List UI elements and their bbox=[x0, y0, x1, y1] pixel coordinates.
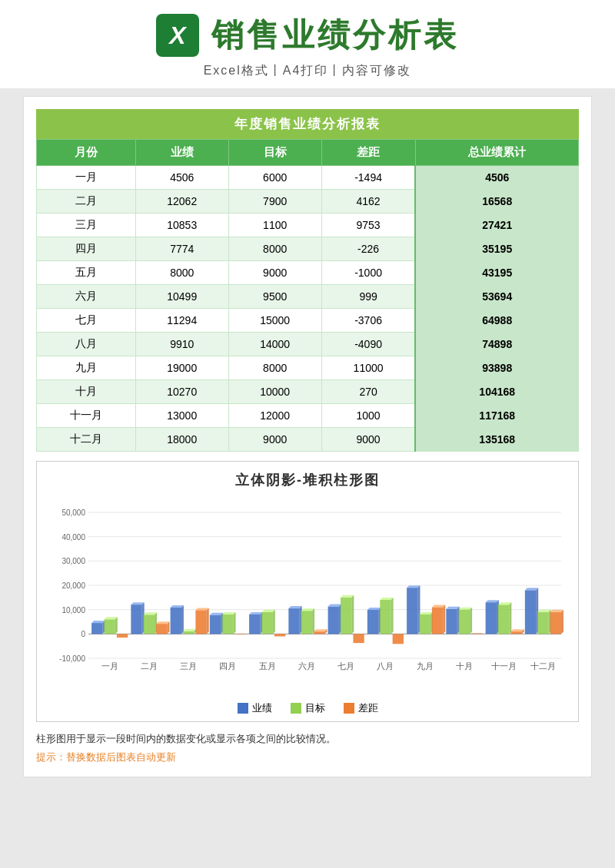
cell-month: 八月 bbox=[37, 333, 136, 356]
cell-performance: 13000 bbox=[135, 404, 228, 428]
table-row: 十二月 18000 9000 9000 135168 bbox=[37, 428, 579, 452]
svg-marker-66 bbox=[314, 629, 327, 631]
content-area: 年度销售业绩分析报表 月份 业绩 目标 差距 总业绩累计 一月 4506 600… bbox=[23, 96, 592, 777]
svg-marker-55 bbox=[262, 610, 275, 612]
chart-legend: 业绩 目标 差距 bbox=[46, 701, 569, 715]
cell-gap: 1000 bbox=[321, 404, 415, 428]
svg-rect-36 bbox=[183, 631, 194, 634]
svg-marker-96 bbox=[446, 607, 459, 609]
cell-gap: 9000 bbox=[321, 428, 415, 452]
cell-month: 四月 bbox=[37, 237, 136, 261]
legend-performance: 业绩 bbox=[238, 701, 272, 715]
svg-text:十一月: 十一月 bbox=[491, 661, 517, 671]
cell-gap: -4090 bbox=[321, 333, 415, 356]
cell-target: 7900 bbox=[228, 190, 321, 214]
title-row: X 销售业绩分析表 bbox=[156, 14, 459, 57]
svg-text:五月: 五月 bbox=[259, 661, 276, 671]
svg-rect-51 bbox=[249, 615, 260, 634]
svg-rect-23 bbox=[131, 605, 141, 634]
svg-marker-70 bbox=[328, 605, 341, 607]
svg-marker-34 bbox=[171, 605, 184, 608]
legend-label-performance: 业绩 bbox=[252, 701, 272, 715]
svg-rect-29 bbox=[156, 624, 167, 634]
cell-target: 14000 bbox=[228, 333, 321, 356]
svg-rect-39 bbox=[195, 610, 206, 634]
svg-marker-120 bbox=[550, 610, 563, 612]
svg-marker-92 bbox=[432, 605, 445, 608]
cell-month: 六月 bbox=[37, 285, 136, 309]
svg-rect-33 bbox=[171, 608, 181, 634]
svg-marker-24 bbox=[131, 602, 144, 605]
cell-performance: 19000 bbox=[135, 356, 228, 380]
legend-label-target: 目标 bbox=[305, 701, 325, 715]
svg-text:二月: 二月 bbox=[141, 661, 158, 671]
table-row: 六月 10499 9500 999 53694 bbox=[37, 285, 579, 309]
cell-month: 九月 bbox=[37, 356, 136, 380]
svg-rect-46 bbox=[222, 615, 233, 634]
svg-rect-103 bbox=[486, 602, 497, 634]
svg-rect-54 bbox=[262, 612, 273, 634]
svg-marker-104 bbox=[486, 600, 499, 602]
svg-marker-44 bbox=[210, 613, 223, 615]
svg-text:40,000: 40,000 bbox=[62, 533, 85, 542]
chart-svg: 50,00040,00030,00020,00010,0000-10,000一月… bbox=[46, 497, 569, 697]
footer-description: 柱形图用于显示一段时间内的数据变化或显示各项之间的比较情况。 bbox=[36, 731, 579, 747]
table-row: 十月 10270 10000 270 104168 bbox=[37, 380, 579, 404]
svg-rect-59 bbox=[288, 608, 299, 634]
svg-rect-98 bbox=[459, 610, 470, 634]
svg-marker-16 bbox=[91, 621, 105, 623]
legend-box-performance bbox=[238, 703, 248, 714]
svg-marker-108 bbox=[509, 602, 511, 634]
svg-marker-74 bbox=[351, 595, 354, 634]
svg-rect-18 bbox=[105, 619, 115, 634]
cell-cumulative: 93898 bbox=[415, 356, 578, 380]
svg-marker-82 bbox=[391, 598, 394, 634]
table-row: 九月 19000 8000 11000 93898 bbox=[37, 356, 579, 380]
cell-month: 十一月 bbox=[37, 404, 136, 428]
svg-marker-20 bbox=[115, 617, 118, 634]
table-header-row: 月份 业绩 目标 差距 总业绩累计 bbox=[37, 140, 579, 166]
svg-marker-30 bbox=[156, 621, 169, 624]
svg-rect-119 bbox=[550, 612, 561, 634]
svg-rect-75 bbox=[353, 634, 364, 643]
svg-marker-47 bbox=[222, 612, 235, 615]
svg-rect-57 bbox=[274, 634, 285, 636]
svg-marker-121 bbox=[561, 610, 563, 634]
cell-gap: 4162 bbox=[321, 190, 415, 214]
svg-rect-21 bbox=[117, 634, 128, 638]
svg-rect-83 bbox=[393, 634, 404, 644]
legend-target: 目标 bbox=[291, 701, 325, 715]
svg-text:0: 0 bbox=[81, 630, 85, 638]
svg-marker-52 bbox=[249, 612, 262, 615]
svg-marker-78 bbox=[367, 608, 381, 610]
svg-rect-101 bbox=[471, 633, 482, 634]
table-row: 一月 4506 6000 -1494 4506 bbox=[37, 166, 579, 190]
chart-container: 50,00040,00030,00020,00010,0000-10,000一月… bbox=[46, 497, 569, 697]
table-row: 二月 12062 7900 4162 16568 bbox=[37, 190, 579, 214]
subtitle: Excel格式丨A4打印丨内容可修改 bbox=[204, 63, 412, 79]
legend-gap: 差距 bbox=[344, 701, 378, 715]
cell-gap: 999 bbox=[321, 285, 415, 309]
legend-box-gap bbox=[344, 703, 354, 714]
svg-marker-40 bbox=[195, 608, 208, 610]
cell-target: 9000 bbox=[228, 428, 321, 452]
cell-target: 1100 bbox=[228, 214, 321, 237]
col-header-target: 目标 bbox=[228, 140, 321, 166]
svg-rect-91 bbox=[432, 608, 443, 634]
svg-marker-99 bbox=[459, 608, 472, 610]
cell-cumulative: 64988 bbox=[415, 309, 578, 333]
cell-cumulative: 104168 bbox=[415, 380, 578, 404]
svg-marker-41 bbox=[207, 608, 209, 634]
cell-month: 十二月 bbox=[37, 428, 136, 452]
cell-gap: -1000 bbox=[321, 261, 415, 285]
svg-text:30,000: 30,000 bbox=[62, 557, 85, 565]
svg-marker-63 bbox=[301, 608, 314, 611]
svg-marker-35 bbox=[181, 605, 184, 634]
cell-target: 15000 bbox=[228, 309, 321, 333]
table-row: 四月 7774 8000 -226 35195 bbox=[37, 237, 579, 261]
legend-label-gap: 差距 bbox=[358, 701, 378, 715]
table-row: 八月 9910 14000 -4090 74898 bbox=[37, 333, 579, 356]
svg-rect-113 bbox=[525, 590, 536, 634]
table-row: 三月 10853 1100 9753 27421 bbox=[37, 214, 579, 237]
col-header-gap: 差距 bbox=[321, 140, 415, 166]
